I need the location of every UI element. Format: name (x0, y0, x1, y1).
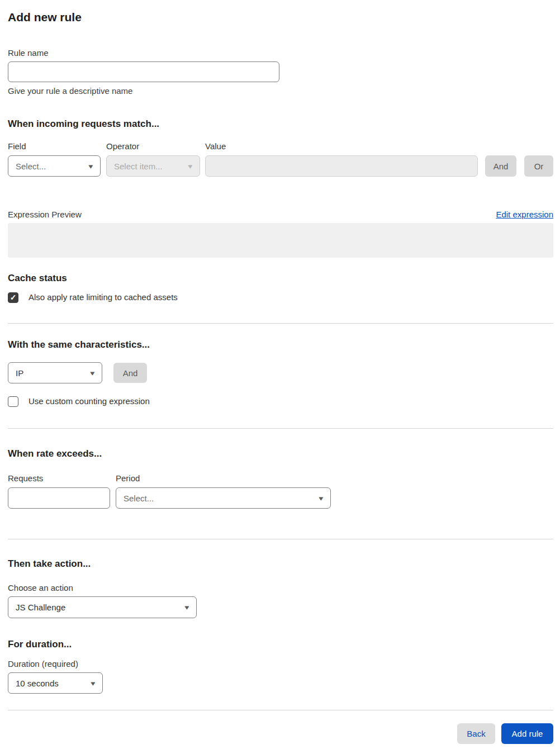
chevron-down-icon: ▾ (91, 680, 96, 687)
characteristics-row: IP ▾ And (8, 362, 553, 383)
match-section-heading: When incoming requests match... (8, 118, 553, 130)
footer-actions: Back Add rule (8, 723, 553, 744)
value-input (205, 155, 478, 177)
section-divider (8, 323, 553, 324)
counting-expression-checkbox-row: Use custom counting expression (8, 396, 553, 407)
requests-input[interactable] (8, 487, 110, 509)
duration-label: Duration (required) (8, 658, 553, 670)
match-criteria-row: Field Select... ▾ Operator Select item..… (8, 141, 553, 177)
counting-expression-checkbox[interactable] (8, 396, 18, 407)
cached-assets-checkbox-label: Also apply rate limiting to cached asset… (29, 292, 178, 303)
characteristics-heading: With the same characteristics... (8, 339, 553, 351)
add-rule-form: Add new rule Rule name Give your rule a … (0, 0, 560, 749)
operator-select-value: Select item... (114, 162, 163, 171)
rate-row: Requests Period Select... ▾ (8, 473, 553, 509)
characteristics-and-button[interactable]: And (113, 363, 147, 383)
characteristic-select[interactable]: IP ▾ (8, 362, 102, 383)
field-label: Field (8, 141, 101, 152)
action-select[interactable]: JS Challenge ▾ (8, 596, 197, 618)
operator-select: Select item... ▾ (106, 155, 200, 177)
edit-expression-link[interactable]: Edit expression (496, 210, 553, 219)
cached-assets-checkbox-row: ✓ Also apply rate limiting to cached ass… (8, 292, 553, 303)
chevron-down-icon: ▾ (91, 369, 95, 377)
footer-divider (8, 710, 553, 710)
chevron-down-icon: ▾ (319, 495, 324, 502)
duration-heading: For duration... (8, 638, 553, 651)
checkmark-icon: ✓ (10, 293, 17, 301)
period-select-value: Select... (124, 494, 154, 503)
expression-preview-header: Expression Preview Edit expression (8, 209, 553, 220)
rate-exceeds-heading: When rate exceeds... (8, 448, 553, 460)
field-select[interactable]: Select... ▾ (8, 155, 101, 177)
section-divider (8, 539, 553, 539)
back-button[interactable]: Back (457, 723, 495, 744)
action-select-value: JS Challenge (16, 603, 65, 612)
requests-label: Requests (8, 473, 110, 484)
duration-select-value: 10 seconds (16, 679, 59, 688)
operator-label: Operator (106, 141, 200, 152)
expression-preview-box (8, 223, 553, 258)
and-button[interactable]: And (485, 155, 516, 177)
chevron-down-icon: ▾ (89, 163, 93, 170)
rule-name-label: Rule name (8, 48, 553, 59)
rule-name-helper: Give your rule a descriptive name (8, 86, 553, 97)
period-select[interactable]: Select... ▾ (116, 487, 331, 509)
or-button[interactable]: Or (524, 155, 553, 177)
field-select-value: Select... (16, 162, 46, 171)
section-divider (8, 428, 553, 429)
counting-expression-checkbox-label: Use custom counting expression (29, 396, 150, 407)
choose-action-label: Choose an action (8, 582, 553, 594)
cache-status-heading: Cache status (8, 272, 553, 285)
add-rule-button[interactable]: Add rule (501, 723, 553, 744)
cached-assets-checkbox[interactable]: ✓ (8, 292, 18, 303)
period-label: Period (116, 473, 331, 484)
page-title: Add new rule (8, 10, 553, 25)
value-label: Value (205, 141, 478, 152)
chevron-down-icon: ▾ (188, 163, 193, 170)
take-action-heading: Then take action... (8, 558, 553, 570)
rule-name-input[interactable] (8, 61, 279, 82)
characteristic-select-value: IP (16, 368, 23, 378)
expression-preview-label: Expression Preview (8, 209, 82, 220)
chevron-down-icon: ▾ (185, 604, 189, 611)
duration-select[interactable]: 10 seconds ▾ (8, 672, 103, 694)
